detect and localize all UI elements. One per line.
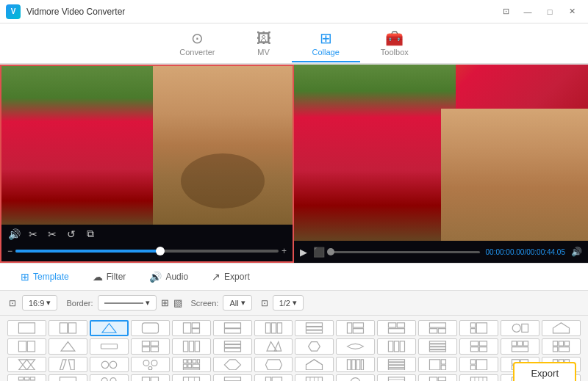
cut-button[interactable]: ✂ <box>26 228 40 240</box>
collage-item[interactable] <box>542 338 581 355</box>
collage-item[interactable] <box>459 357 498 373</box>
collage-item[interactable] <box>542 320 581 336</box>
collage-item[interactable] <box>90 374 129 381</box>
collage-item[interactable] <box>7 338 46 355</box>
collage-item[interactable] <box>336 374 375 381</box>
collage-item[interactable] <box>295 357 334 373</box>
toolbox-label: Toolbox <box>381 48 409 57</box>
collage-item[interactable] <box>172 374 211 381</box>
progress-plus-btn[interactable]: + <box>282 246 287 256</box>
progress-minus-btn[interactable]: − <box>7 246 12 256</box>
collage-item[interactable] <box>131 338 170 355</box>
filter-btn[interactable]: ☁ Filter <box>81 267 138 286</box>
collage-item[interactable] <box>336 357 375 373</box>
collage-item[interactable] <box>7 374 46 381</box>
svg-rect-96 <box>471 365 476 369</box>
svg-rect-50 <box>430 344 446 346</box>
collage-item[interactable] <box>172 357 211 373</box>
maximize-btn[interactable]: □ <box>539 4 560 19</box>
right-volume-btn[interactable]: 🔊 <box>571 247 582 257</box>
collage-icon: ⊞ <box>320 31 332 46</box>
collage-item[interactable] <box>90 357 129 373</box>
collage-item[interactable] <box>131 357 170 373</box>
clip-button[interactable]: ⧉ <box>84 228 97 240</box>
audio-btn[interactable]: 🔊 Audio <box>137 267 200 286</box>
collage-item[interactable] <box>213 374 252 381</box>
collage-item[interactable] <box>418 374 457 381</box>
collage-item[interactable] <box>459 338 498 355</box>
collage-item[interactable] <box>377 357 416 373</box>
tab-collage[interactable]: ⊞ Collage <box>292 26 360 62</box>
right-video-display <box>294 65 588 241</box>
collage-item[interactable] <box>131 320 170 336</box>
svg-point-122 <box>110 378 116 381</box>
mute-button[interactable]: 🔊 <box>7 228 21 240</box>
tab-toolbox[interactable]: 🧰 Toolbox <box>360 26 429 61</box>
message-btn[interactable]: ⊡ <box>495 4 516 19</box>
export-button[interactable]: Export <box>513 362 576 381</box>
filter-label: Filter <box>107 272 126 282</box>
collage-item[interactable] <box>131 374 170 381</box>
collage-item[interactable] <box>295 338 334 355</box>
collage-item[interactable] <box>377 320 416 336</box>
collage-item[interactable] <box>49 338 87 355</box>
collage-item-selected[interactable] <box>90 320 129 336</box>
svg-rect-47 <box>395 341 399 352</box>
collage-item[interactable] <box>336 338 375 355</box>
collage-item[interactable] <box>418 357 457 373</box>
progress-track[interactable] <box>15 250 279 253</box>
collage-item[interactable] <box>213 357 252 373</box>
trim-button[interactable]: ✂ <box>46 228 59 240</box>
screen-value: All <box>229 299 238 308</box>
right-play-btn[interactable]: ▶ <box>300 247 307 258</box>
collage-item[interactable] <box>377 374 416 381</box>
ratio-select[interactable]: 16:9 ▾ <box>22 295 57 311</box>
svg-rect-54 <box>479 341 487 346</box>
collage-item[interactable] <box>49 374 87 381</box>
split-select[interactable]: 1/2 ▾ <box>273 295 304 311</box>
border-select[interactable]: ▾ <box>98 295 157 311</box>
collage-item[interactable] <box>459 374 498 381</box>
svg-rect-80 <box>183 368 199 369</box>
collage-item[interactable] <box>254 338 293 355</box>
right-stop-btn[interactable]: ⬛ <box>313 247 325 258</box>
collage-item[interactable] <box>49 320 87 336</box>
svg-rect-90 <box>389 368 405 369</box>
collage-item[interactable] <box>7 320 46 336</box>
template-icon: ⊞ <box>21 271 29 283</box>
screen-select[interactable]: All ▾ <box>223 295 251 311</box>
progress-thumb[interactable] <box>156 247 165 255</box>
minimize-btn[interactable]: — <box>517 4 538 19</box>
tab-converter[interactable]: ⊙ Converter <box>159 26 235 61</box>
grid-icon[interactable]: ⊞ <box>161 297 169 308</box>
svg-rect-147 <box>430 377 437 381</box>
collage-item[interactable] <box>295 374 334 381</box>
collage-item[interactable] <box>172 320 211 336</box>
collage-item[interactable] <box>213 320 252 336</box>
collage-item[interactable] <box>172 338 211 355</box>
collage-item[interactable] <box>418 338 457 355</box>
collage-item[interactable] <box>254 374 293 381</box>
collage-item[interactable] <box>418 320 457 336</box>
collage-item[interactable] <box>336 320 375 336</box>
collage-item[interactable] <box>295 320 334 336</box>
pattern-icon[interactable]: ▧ <box>173 297 182 308</box>
collage-item[interactable] <box>7 357 46 373</box>
collage-item[interactable] <box>49 357 87 373</box>
undo-button[interactable]: ↺ <box>65 228 78 240</box>
export-top-btn[interactable]: ↗ Export <box>200 267 262 286</box>
tab-mv[interactable]: 🖼 MV <box>236 26 292 61</box>
collage-item[interactable] <box>501 338 539 355</box>
right-progress-track[interactable] <box>331 251 480 253</box>
template-btn[interactable]: ⊞ Template <box>9 267 81 286</box>
collage-item[interactable] <box>254 320 293 336</box>
collage-item[interactable] <box>213 338 252 355</box>
collage-item[interactable] <box>459 320 498 336</box>
close-btn[interactable]: ✕ <box>562 4 582 19</box>
collage-item[interactable] <box>501 320 539 336</box>
svg-rect-1 <box>60 323 67 333</box>
collage-item[interactable] <box>90 338 129 355</box>
collage-item[interactable] <box>377 338 416 355</box>
right-progress-thumb[interactable] <box>327 248 334 255</box>
collage-item[interactable] <box>254 357 293 373</box>
